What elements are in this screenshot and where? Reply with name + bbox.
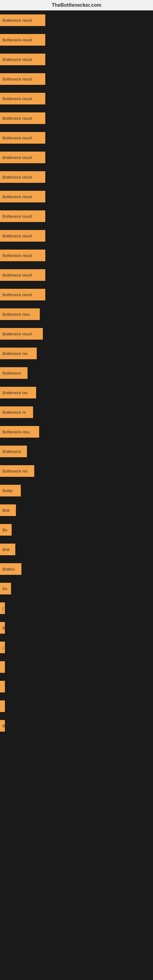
bottleneck-bar xyxy=(0,681,5,692)
bar-row: Bottleneck result xyxy=(0,246,153,265)
bar-row: Bo xyxy=(0,579,153,598)
bottleneck-bar: Bottleneck re xyxy=(0,406,33,418)
bar-row: Bottleneck result xyxy=(0,187,153,207)
bottleneck-bar: Bottle xyxy=(0,485,21,496)
bar-row: Bottlen xyxy=(0,559,153,579)
bars-container: Bottleneck resultBottleneck resultBottle… xyxy=(0,10,153,736)
bottleneck-bar: Bo xyxy=(0,583,11,595)
bottleneck-bar: Bottleneck result xyxy=(0,250,45,261)
bottleneck-bar: Bottleneck result xyxy=(0,112,45,124)
bottleneck-bar: Bottleneck result xyxy=(0,73,45,85)
bottleneck-bar: Bottleneck result xyxy=(0,151,45,163)
bar-row: Bottleneck result xyxy=(0,285,153,304)
bar-row: Bottleneck xyxy=(0,442,153,461)
bar-row: Bottleneck resu xyxy=(0,422,153,442)
bar-row: Bottleneck result xyxy=(0,207,153,226)
bottleneck-bar: Bottleneck resu xyxy=(0,426,39,438)
bar-row: Bottleneck result xyxy=(0,49,153,69)
bar-row: Bottleneck res xyxy=(0,461,153,481)
bar-row: Bottleneck result xyxy=(0,69,153,89)
bottleneck-bar: Bottleneck res xyxy=(0,465,34,477)
bar-row xyxy=(0,697,153,716)
bottleneck-bar: | xyxy=(0,602,5,614)
bar-row: Bottleneck res xyxy=(0,344,153,363)
bar-row: Bottleneck xyxy=(0,363,153,383)
bottleneck-bar: Bottleneck resu xyxy=(0,309,40,320)
bottleneck-bar: Bottleneck result xyxy=(0,93,45,105)
bottleneck-bar: Bottleneck res xyxy=(0,387,36,398)
bar-row: Bottle xyxy=(0,481,153,500)
bottleneck-bar: Bottleneck result xyxy=(0,191,45,202)
bottleneck-bar: B xyxy=(0,720,5,732)
bottleneck-bar: Bottleneck result xyxy=(0,230,45,242)
bar-row xyxy=(0,657,153,677)
bar-row: Bottleneck result xyxy=(0,226,153,246)
bar-row: Bott xyxy=(0,539,153,559)
bar-row: Bottleneck res xyxy=(0,383,153,402)
bottleneck-bar: Bott xyxy=(0,544,15,555)
bar-row: | xyxy=(0,598,153,618)
bottleneck-bar: Bottleneck res xyxy=(0,348,37,359)
bar-row: | xyxy=(0,638,153,657)
bar-row: Bottleneck result xyxy=(0,265,153,285)
bottleneck-bar: Bottleneck xyxy=(0,367,27,379)
bottleneck-bar xyxy=(0,661,5,673)
bottleneck-bar: B xyxy=(0,622,5,634)
bottleneck-bar: Bottleneck result xyxy=(0,14,45,26)
bar-row: Bottleneck result xyxy=(0,30,153,49)
bar-row: Bottleneck result xyxy=(0,324,153,344)
bottleneck-bar: Bottleneck result xyxy=(0,132,45,144)
bar-row: B xyxy=(0,618,153,638)
bar-row: Bo xyxy=(0,520,153,539)
bottleneck-bar: Bo xyxy=(0,524,12,536)
bar-row: B xyxy=(0,716,153,736)
bottleneck-bar: | xyxy=(0,641,5,653)
page-container: TheBottlenecker.com Bottleneck resultBot… xyxy=(0,0,153,736)
bar-row: Bottleneck result xyxy=(0,148,153,167)
bottleneck-bar: Bottleneck result xyxy=(0,210,45,222)
bottleneck-bar: Bottlen xyxy=(0,563,21,575)
bottleneck-bar: Bottleneck result xyxy=(0,328,43,340)
bottleneck-bar: Bottleneck result xyxy=(0,269,45,281)
bar-row: Bottleneck resu xyxy=(0,304,153,324)
bar-row: Bott xyxy=(0,500,153,520)
bar-row: Bottleneck re xyxy=(0,402,153,422)
bar-row: Bottleneck result xyxy=(0,10,153,30)
bottleneck-bar: Bottleneck xyxy=(0,445,27,457)
bar-row: Bottleneck result xyxy=(0,167,153,187)
bar-row: Bottleneck result xyxy=(0,89,153,108)
bottleneck-bar: Bott xyxy=(0,504,16,516)
bottleneck-bar: Bottleneck result xyxy=(0,54,45,65)
site-title: TheBottlenecker.com xyxy=(0,0,153,10)
bottleneck-bar: Bottleneck result xyxy=(0,171,45,183)
bottleneck-bar xyxy=(0,700,5,712)
bar-row: Bottleneck result xyxy=(0,108,153,128)
bottleneck-bar: Bottleneck result xyxy=(0,289,45,301)
bar-row: Bottleneck result xyxy=(0,128,153,148)
bar-row xyxy=(0,677,153,697)
bottleneck-bar: Bottleneck result xyxy=(0,34,45,46)
